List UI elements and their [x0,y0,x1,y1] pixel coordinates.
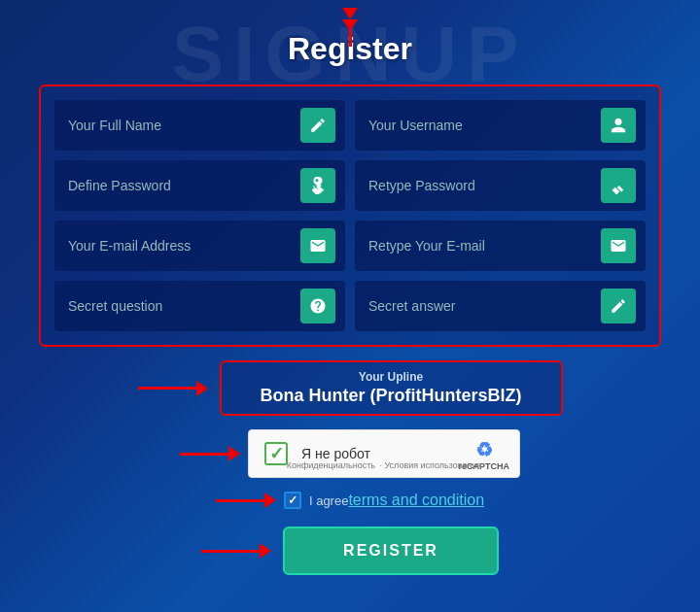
agree-text: I agree [309,493,348,508]
retype-email-field[interactable] [355,221,646,271]
email-input[interactable] [68,238,293,254]
email-icon-right[interactable] [601,228,636,263]
upline-name: Bona Hunter (ProfitHuntersBIZ) [261,386,522,406]
registration-form [39,85,661,347]
register-arrow [201,543,271,559]
email-icon-left[interactable] [300,228,335,263]
edit-icon-right[interactable] [601,289,636,323]
full-name-input[interactable] [68,118,293,133]
recaptcha-box[interactable]: ✓ Я не робот ♻ reCAPTCHA Конфиденциально… [248,429,520,478]
register-row: REGISTER [39,527,661,575]
secret-answer-field[interactable] [355,281,646,331]
key-icon-right[interactable] [601,168,636,203]
upline-arrow [138,381,208,396]
register-button[interactable]: REGISTER [283,527,499,575]
recaptcha-row: ✓ Я не робот ♻ reCAPTCHA Конфиденциально… [39,429,661,478]
secret-question-field[interactable] [54,281,345,331]
agree-checkmark-icon: ✓ [288,493,298,507]
agree-checkbox[interactable]: ✓ [284,492,301,509]
agree-link[interactable]: terms and condition [348,492,484,509]
retype-password-input[interactable] [368,178,593,193]
agree-arrow [216,493,276,508]
key-icon-left[interactable] [300,168,335,203]
username-field[interactable] [355,100,646,151]
question-icon[interactable] [300,289,335,323]
upline-section: Your Upline Bona Hunter (ProfitHuntersBI… [39,360,661,416]
recaptcha-arrow [180,446,240,461]
secret-answer-input[interactable] [368,298,593,314]
recaptcha-footer: Конфиденциальность · Условия использован… [287,455,482,472]
secret-question-input[interactable] [68,298,293,314]
upline-label: Your Upline [261,370,522,384]
edit-icon[interactable] [300,108,335,143]
retype-password-field[interactable] [355,160,646,211]
full-name-field[interactable] [54,100,345,151]
recaptcha-terms: Условия использования [384,460,481,470]
upline-box: Your Upline Bona Hunter (ProfitHuntersBI… [220,360,563,416]
recaptcha-privacy: Конфиденциальность [287,460,375,470]
email-field[interactable] [54,221,345,271]
define-password-field[interactable] [54,160,345,211]
recaptcha-checkmark: ✓ [269,445,284,462]
username-input[interactable] [368,118,593,133]
agree-row: ✓ I agree terms and condition [39,492,661,509]
define-password-input[interactable] [68,178,293,193]
retype-email-input[interactable] [368,238,593,254]
user-icon[interactable] [601,108,636,143]
form-grid [54,100,646,331]
recaptcha-checkbox[interactable]: ✓ [264,442,288,465]
